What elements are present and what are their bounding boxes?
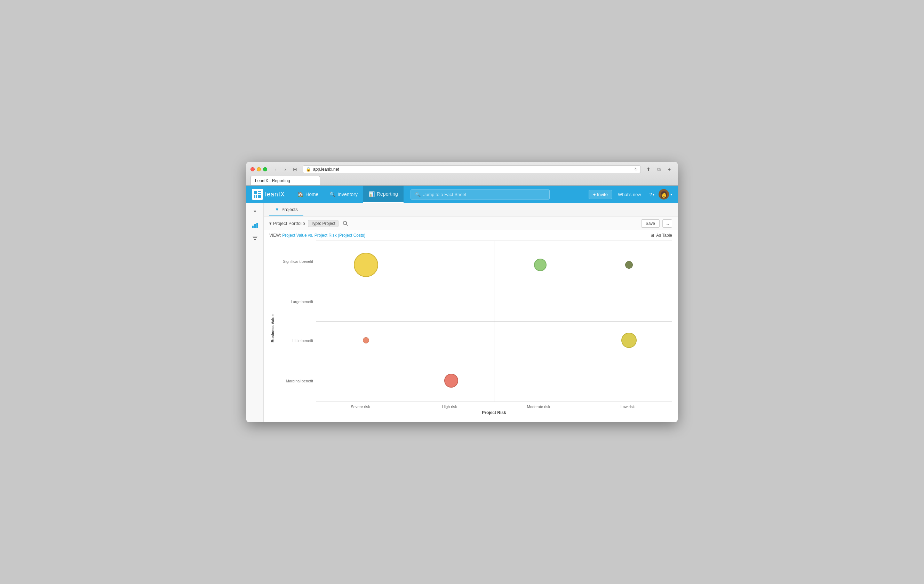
as-table-button[interactable]: ⊞ As Table xyxy=(650,233,672,238)
reload-icon[interactable]: ↻ xyxy=(634,167,638,172)
chart-icon: 📊 xyxy=(369,191,375,197)
type-badge: Type: Project xyxy=(308,220,338,227)
close-button[interactable] xyxy=(251,167,255,171)
back-button[interactable]: ‹ xyxy=(271,166,280,173)
address-bar[interactable]: 🔒 app.leanix.net ↻ xyxy=(303,166,641,173)
browser-chrome: ‹ › ⊞ 🔒 app.leanix.net ↻ ⬆ ⧉ + LeanIX - … xyxy=(246,162,678,186)
as-table-label: As Table xyxy=(656,233,672,238)
invite-button[interactable]: + Invite xyxy=(589,190,612,199)
view-link[interactable]: Project Value vs. Project Risk (Project … xyxy=(282,233,365,238)
nav-reporting[interactable]: 📊 Reporting xyxy=(363,186,404,203)
table-grid-icon: ⊞ xyxy=(650,233,654,238)
nav-home[interactable]: 🏠 Home xyxy=(292,186,324,203)
svg-rect-6 xyxy=(252,225,254,228)
invite-label: + Invite xyxy=(593,192,608,197)
svg-rect-0 xyxy=(254,191,257,194)
bubble-3[interactable] xyxy=(625,261,633,269)
type-label: Type: Project xyxy=(311,221,335,226)
user-chevron-icon: ▾ xyxy=(670,192,672,196)
help-button[interactable]: ? ▾ xyxy=(647,191,657,199)
app-topnav: leanIX 🏠 Home 🔍 Inventory 📊 Reporting 🔍 … xyxy=(246,186,678,203)
fullscreen-toggle[interactable]: ⧉ xyxy=(655,166,663,173)
tabs-bar: ▼ Projects xyxy=(264,203,678,217)
tab-overview-button[interactable]: ⊞ xyxy=(291,166,299,173)
tab-projects[interactable]: ▼ Projects xyxy=(269,204,304,216)
browser-actions: ⬆ ⧉ + xyxy=(644,166,673,173)
svg-rect-2 xyxy=(258,193,261,194)
whats-new-label: What's new xyxy=(618,192,641,197)
topnav-right: + Invite What's new ? ▾ 👩 ▾ xyxy=(589,189,672,199)
app-container: leanIX 🏠 Home 🔍 Inventory 📊 Reporting 🔍 … xyxy=(246,186,678,422)
nav-home-label: Home xyxy=(305,192,318,197)
traffic-lights xyxy=(251,167,267,171)
fullscreen-button[interactable] xyxy=(263,167,267,171)
portfolio-label: Project Portfolio xyxy=(273,221,305,226)
view-bar: VIEW: Project Value vs. Project Risk (Pr… xyxy=(264,230,678,240)
chevron-down-icon: ▾ xyxy=(653,192,654,196)
browser-nav: ‹ › ⊞ xyxy=(271,166,299,173)
sidebar-reports-icon[interactable] xyxy=(249,220,261,231)
search-bar-icon: 🔍 xyxy=(415,192,421,197)
user-avatar[interactable]: 👩 xyxy=(658,189,669,199)
sidebar-filter-icon[interactable] xyxy=(249,232,261,243)
x-tick-high: High risk xyxy=(405,404,494,409)
toolbar-search-button[interactable] xyxy=(341,219,350,228)
save-button[interactable]: Save xyxy=(641,219,660,228)
nav-reporting-label: Reporting xyxy=(377,191,398,197)
logo-text: leanIX xyxy=(265,191,285,198)
svg-point-12 xyxy=(343,221,346,225)
svg-rect-5 xyxy=(258,195,261,198)
share-button[interactable]: ⬆ xyxy=(644,166,653,173)
tab-title: LeanIX - Reporting xyxy=(255,178,290,183)
svg-rect-1 xyxy=(258,191,261,192)
x-tick-low: Low risk xyxy=(583,404,672,409)
browser-tab-bar: LeanIX - Reporting xyxy=(251,176,673,185)
logo-area: leanIX xyxy=(252,189,285,200)
nav-inventory[interactable]: 🔍 Inventory xyxy=(324,186,363,203)
toolbar: ▾ Project Portfolio Type: Project xyxy=(264,217,678,230)
bubble-2[interactable] xyxy=(534,258,546,271)
browser-titlebar: ‹ › ⊞ 🔒 app.leanix.net ↻ ⬆ ⧉ + xyxy=(251,166,673,173)
global-search[interactable]: 🔍 Jump to a Fact Sheet xyxy=(411,189,549,199)
main-area: » xyxy=(246,203,678,422)
view-label: VIEW: xyxy=(269,233,281,238)
browser-window: ‹ › ⊞ 🔒 app.leanix.net ↻ ⬆ ⧉ + LeanIX - … xyxy=(246,162,678,422)
search-icon: 🔍 xyxy=(330,192,335,197)
y-tick-significant: Significant benefit xyxy=(283,259,313,263)
filter-icon: ▼ xyxy=(275,207,279,212)
search-placeholder: Jump to a Fact Sheet xyxy=(423,192,467,197)
chart-plot-area xyxy=(316,240,672,402)
svg-line-13 xyxy=(346,224,348,225)
user-photo: 👩 xyxy=(660,191,668,198)
svg-rect-8 xyxy=(256,223,258,228)
bubble-5[interactable] xyxy=(444,374,458,388)
new-tab-button[interactable]: + xyxy=(665,166,673,173)
bubble-4[interactable] xyxy=(363,337,369,344)
browser-tab[interactable]: LeanIX - Reporting xyxy=(251,176,320,185)
bubble-1[interactable] xyxy=(354,253,378,277)
whats-new-button[interactable]: What's new xyxy=(614,190,645,199)
nav-inventory-label: Inventory xyxy=(337,192,358,197)
sidebar-toggle-button[interactable]: » xyxy=(249,206,261,216)
more-button[interactable]: ... xyxy=(662,219,672,228)
help-label: ? xyxy=(650,192,652,197)
svg-rect-3 xyxy=(254,195,255,198)
logo-icon xyxy=(252,189,263,200)
svg-rect-7 xyxy=(254,224,256,228)
x-axis-label: Project Risk xyxy=(482,410,506,415)
forward-button[interactable]: › xyxy=(281,166,289,173)
minimize-button[interactable] xyxy=(257,167,261,171)
sidebar: » xyxy=(246,203,264,422)
portfolio-selector[interactable]: ▾ Project Portfolio xyxy=(269,221,305,226)
x-tick-severe: Severe risk xyxy=(316,404,405,409)
dropdown-icon: ▾ xyxy=(269,221,272,226)
tab-projects-label: Projects xyxy=(281,207,298,212)
scatter-chart: Business Value Significant benefit Large… xyxy=(269,240,672,416)
quadrant-h-line xyxy=(316,321,672,322)
url-text: app.leanix.net xyxy=(313,167,339,172)
view-selector: VIEW: Project Value vs. Project Risk (Pr… xyxy=(269,233,365,238)
content-area: ▼ Projects ▾ Project Portfolio Type: Pro… xyxy=(264,203,678,422)
y-tick-large: Large benefit xyxy=(291,299,313,304)
svg-rect-4 xyxy=(256,195,257,198)
bubble-6[interactable] xyxy=(621,333,637,348)
